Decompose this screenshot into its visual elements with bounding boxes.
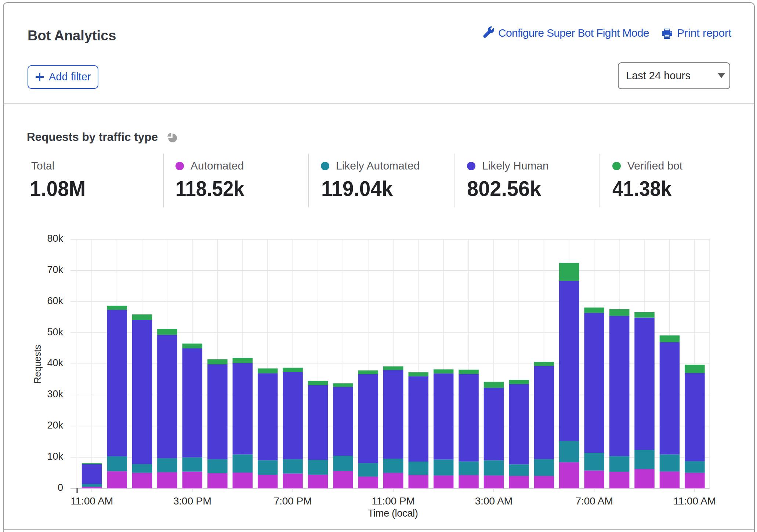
svg-text:0: 0 [58,482,63,493]
svg-text:40k: 40k [47,357,63,368]
svg-text:30k: 30k [47,389,63,400]
svg-text:Requests: Requests [32,345,43,384]
svg-text:10k: 10k [47,451,63,462]
svg-text:3:00 AM: 3:00 AM [475,495,512,507]
svg-text:11:00 AM: 11:00 AM [70,495,113,507]
svg-text:80k: 80k [47,233,63,244]
svg-text:11:00 AM: 11:00 AM [673,495,716,507]
svg-text:Time (local): Time (local) [368,507,418,519]
svg-text:7:00 PM: 7:00 PM [274,495,312,507]
svg-text:7:00 AM: 7:00 AM [575,495,613,507]
svg-text:20k: 20k [47,420,63,431]
svg-text:3:00 PM: 3:00 PM [173,495,211,507]
svg-text:11:00 PM: 11:00 PM [372,495,414,507]
svg-text:60k: 60k [47,295,63,306]
svg-text:50k: 50k [47,327,63,338]
svg-text:70k: 70k [47,264,63,275]
